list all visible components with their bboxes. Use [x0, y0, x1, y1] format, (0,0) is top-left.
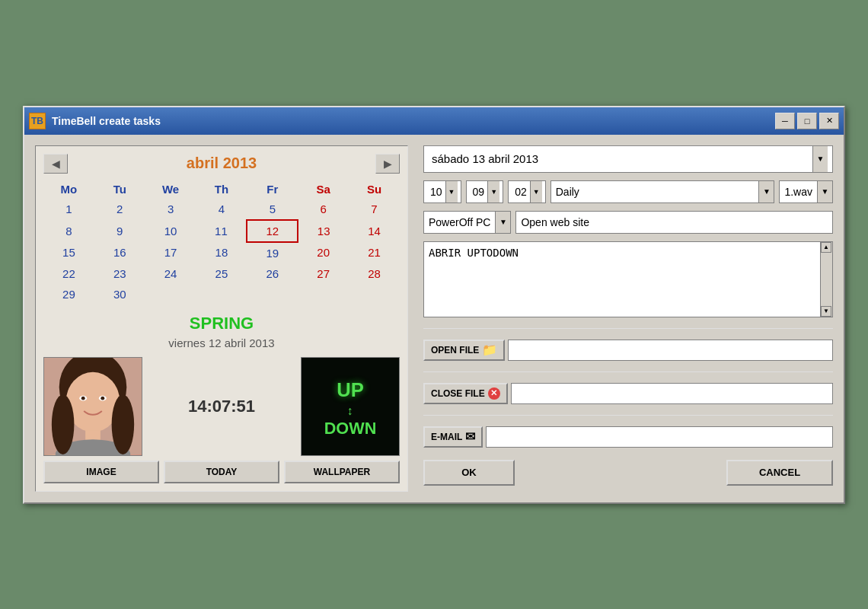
calendar-day[interactable]: 25 [196, 263, 247, 284]
calendar-day[interactable]: 23 [94, 263, 145, 284]
min-select[interactable]: 09 ▼ [466, 180, 504, 203]
scroll-up-button[interactable]: ▲ [821, 242, 831, 253]
email-button[interactable]: E-MAIL ✉ [423, 426, 483, 448]
min-arrow[interactable]: ▼ [487, 181, 499, 202]
today-button[interactable]: TODAY [164, 461, 279, 483]
notes-textarea[interactable]: ABRIR UPTODOWN [424, 242, 820, 317]
close-file-row: CLOSE FILE ✕ [423, 383, 833, 404]
calendar-day[interactable]: 20 [298, 242, 349, 263]
app-icon: TB [29, 113, 46, 129]
calendar-day[interactable]: 17 [145, 242, 196, 263]
svg-point-10 [112, 394, 135, 454]
sound-select[interactable]: 1.wav ▼ [779, 180, 833, 203]
sec-arrow[interactable]: ▼ [530, 181, 542, 202]
open-file-input[interactable] [508, 340, 833, 361]
svg-text:UP: UP [337, 379, 364, 400]
action-type-arrow[interactable]: ▼ [495, 212, 510, 233]
calendar-day[interactable]: 21 [349, 242, 400, 263]
calendar-day[interactable]: 3 [145, 199, 196, 220]
close-file-button[interactable]: CLOSE FILE ✕ [423, 383, 508, 404]
calendar-day [349, 284, 400, 304]
close-button[interactable]: ✕ [819, 113, 839, 129]
cal-header-su: Su [349, 180, 400, 199]
scroll-down-button[interactable]: ▼ [821, 306, 831, 317]
cal-header-th: Th [196, 180, 247, 199]
season-label: SPRING [43, 314, 400, 333]
svg-point-5 [81, 396, 85, 400]
calendar-day[interactable]: 24 [145, 263, 196, 284]
date-dropdown-text: sábado 13 abril 2013 [429, 152, 812, 165]
calendar-day[interactable]: 15 [43, 242, 94, 263]
calendar-day[interactable]: 11 [196, 220, 247, 242]
calendar-day[interactable]: 8 [43, 220, 94, 242]
sound-arrow[interactable]: ▼ [817, 181, 832, 202]
next-month-button[interactable]: ▶ [375, 154, 400, 174]
calendar-day[interactable]: 7 [349, 199, 400, 220]
calendar-day[interactable]: 14 [349, 220, 400, 242]
open-file-row: OPEN FILE 📁 [423, 340, 833, 361]
window-controls: ─ □ ✕ [775, 113, 839, 129]
bottom-action-buttons: IMAGE TODAY WALLPAPER [43, 461, 400, 483]
calendar-day[interactable]: 9 [94, 220, 145, 242]
calendar-day [298, 284, 349, 304]
calendar-day[interactable]: 28 [349, 263, 400, 284]
cancel-button[interactable]: CANCEL [726, 460, 833, 486]
time-row: 10 ▼ 09 ▼ 02 ▼ Daily ▼ 1.wav ▼ [423, 180, 833, 203]
calendar-day[interactable]: 4 [196, 199, 247, 220]
action-value-input[interactable] [515, 211, 833, 234]
hour-arrow[interactable]: ▼ [445, 181, 458, 202]
cal-header-tu: Tu [94, 180, 145, 199]
minimize-button[interactable]: ─ [775, 113, 795, 129]
repeat-select[interactable]: Daily ▼ [550, 180, 775, 203]
open-file-label: OPEN FILE [431, 345, 479, 356]
calendar-day[interactable]: 13 [298, 220, 349, 242]
calendar-day[interactable]: 12 [247, 220, 298, 242]
calendar-day[interactable]: 29 [43, 284, 94, 304]
email-input[interactable] [486, 426, 833, 448]
calendar-day[interactable]: 22 [43, 263, 94, 284]
calendar-grid: Mo Tu We Th Fr Sa Su 1234567891011121314… [43, 180, 400, 304]
calendar-day[interactable]: 27 [298, 263, 349, 284]
sound-value: 1.wav [780, 186, 817, 198]
hour-select[interactable]: 10 ▼ [423, 180, 461, 203]
svg-text:DOWN: DOWN [324, 419, 377, 438]
calendar-day[interactable]: 26 [247, 263, 298, 284]
calendar-day[interactable]: 6 [298, 199, 349, 220]
calendar-day[interactable]: 1 [43, 199, 94, 220]
calendar-day[interactable]: 19 [247, 242, 298, 263]
prev-month-button[interactable]: ◀ [43, 154, 68, 174]
notes-scrollbar: ▲ ▼ [820, 242, 832, 317]
cal-header-sa: Sa [298, 180, 349, 199]
email-row: E-MAIL ✉ [423, 426, 833, 448]
date-dropdown-arrow[interactable]: ▼ [812, 146, 828, 172]
calendar-container: ◀ abril 2013 ▶ Mo Tu We Th Fr Sa [35, 145, 408, 492]
maximize-button[interactable]: □ [797, 113, 817, 129]
repeat-arrow[interactable]: ▼ [758, 181, 774, 202]
main-window: TB TimeBell create tasks ─ □ ✕ ◀ abril 2… [23, 106, 845, 504]
ok-button[interactable]: OK [423, 460, 515, 486]
portrait-svg [44, 357, 142, 455]
calendar-day[interactable]: 5 [247, 199, 298, 220]
calendar-day[interactable]: 10 [145, 220, 196, 242]
calendar-day[interactable]: 2 [94, 199, 145, 220]
action-type-select[interactable]: PowerOff PC ▼ [423, 211, 511, 234]
date-dropdown[interactable]: sábado 13 abril 2013 ▼ [423, 145, 833, 173]
email-icon: ✉ [465, 429, 475, 444]
calendar-day [196, 284, 247, 304]
current-date-label: viernes 12 abril 2013 [43, 336, 400, 349]
calendar-day[interactable]: 30 [94, 284, 145, 304]
close-file-icon: ✕ [488, 387, 500, 400]
calendar-header: ◀ abril 2013 ▶ [43, 154, 400, 174]
close-file-input[interactable] [511, 383, 833, 404]
open-file-button[interactable]: OPEN FILE 📁 [423, 340, 505, 361]
separator-1 [423, 328, 833, 329]
action-type-value: PowerOff PC [424, 216, 495, 228]
sec-value: 02 [512, 186, 530, 198]
svg-point-9 [52, 394, 75, 454]
photo-placeholder [44, 358, 142, 455]
calendar-day[interactable]: 18 [196, 242, 247, 263]
wallpaper-button[interactable]: WALLPAPER [284, 461, 400, 483]
calendar-day[interactable]: 16 [94, 242, 145, 263]
image-button[interactable]: IMAGE [43, 461, 159, 483]
sec-select[interactable]: 02 ▼ [508, 180, 546, 203]
